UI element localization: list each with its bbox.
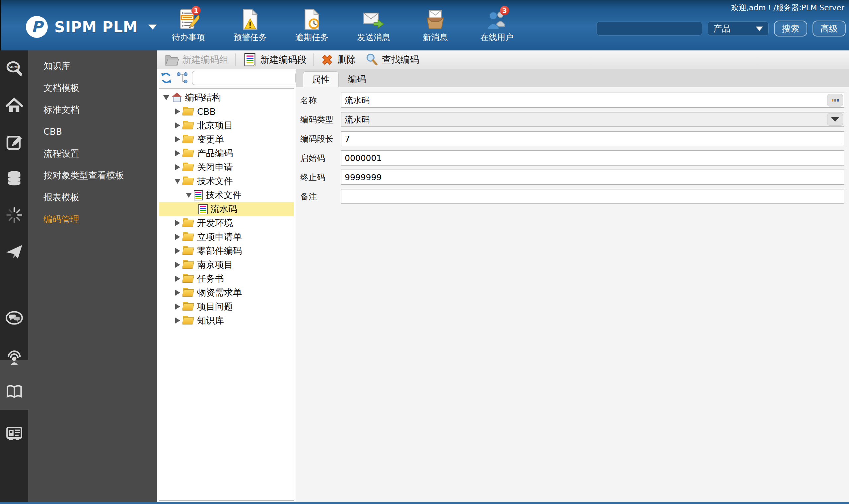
expander-collapsed-icon[interactable] bbox=[173, 148, 182, 158]
folder-icon bbox=[182, 163, 194, 172]
new-code-segment-button[interactable]: 新建编码段 bbox=[240, 52, 309, 67]
form-row-code-type: 编码类型 流水码 bbox=[300, 112, 844, 127]
expander-collapsed-icon[interactable] bbox=[173, 162, 182, 172]
name-picker-button[interactable] bbox=[827, 94, 843, 107]
tab-codes[interactable]: 编码 bbox=[339, 71, 375, 87]
tree-hierarchy-icon[interactable] bbox=[176, 72, 188, 84]
id-card-icon[interactable] bbox=[5, 424, 23, 442]
new-messages-button[interactable]: 新消息 bbox=[414, 8, 456, 43]
advanced-search-button[interactable]: 高级 bbox=[813, 21, 846, 36]
send-plane-icon[interactable] bbox=[5, 242, 23, 261]
sipm-search-icon[interactable]: SIPM bbox=[5, 60, 23, 78]
edit-icon[interactable] bbox=[5, 133, 23, 151]
toolbar-separator bbox=[235, 53, 236, 66]
tree-item[interactable]: 知识库 bbox=[159, 313, 294, 327]
left-menu-panel: 知识库 文档模板 标准文档 CBB 流程设置 按对象类型查看模板 报表模板 编码… bbox=[28, 50, 157, 502]
tree-item[interactable]: 产品编码 bbox=[159, 146, 294, 160]
tree-item[interactable]: 项目问题 bbox=[159, 300, 294, 313]
tree-item[interactable]: 开发环境 bbox=[159, 216, 294, 230]
expander-collapsed-icon[interactable] bbox=[173, 246, 182, 256]
notepad-icon bbox=[242, 52, 257, 67]
start-code-field[interactable] bbox=[341, 150, 844, 166]
chat-icon[interactable] bbox=[5, 309, 23, 327]
code-type-dropdown-button[interactable] bbox=[827, 113, 843, 126]
book-icon[interactable] bbox=[5, 382, 23, 401]
home-icon[interactable] bbox=[5, 96, 23, 115]
expander-expanded-icon[interactable] bbox=[173, 176, 182, 186]
tree-item[interactable]: 零部件编码 bbox=[159, 244, 294, 258]
name-field[interactable] bbox=[341, 93, 844, 108]
todo-list-icon: 1 bbox=[178, 8, 199, 31]
header: P SIPM PLM bbox=[0, 0, 849, 50]
tab-properties[interactable]: 属性 bbox=[303, 71, 339, 87]
todo-items-button[interactable]: 1 待办事项 bbox=[167, 8, 210, 43]
tree-item[interactable]: 立项申请单 bbox=[159, 230, 294, 244]
warning-tasks-button[interactable]: 预警任务 bbox=[229, 8, 271, 43]
segment-length-field[interactable] bbox=[341, 131, 844, 146]
menu-item-standard-documents[interactable]: 标准文档 bbox=[28, 99, 157, 121]
menu-item-cbb[interactable]: CBB bbox=[28, 121, 157, 143]
menu-item-document-templates[interactable]: 文档模板 bbox=[28, 77, 157, 99]
refresh-icon[interactable] bbox=[160, 72, 173, 84]
expander-collapsed-icon[interactable] bbox=[173, 288, 182, 298]
expander-collapsed-icon[interactable] bbox=[173, 274, 182, 284]
expander-expanded-icon[interactable] bbox=[184, 190, 194, 200]
code-type-select[interactable]: 流水码 bbox=[341, 112, 844, 127]
loading-spinner-icon[interactable] bbox=[5, 206, 23, 224]
find-code-button[interactable]: 查找编码 bbox=[363, 53, 421, 67]
menu-item-code-management[interactable]: 编码管理 bbox=[28, 209, 157, 230]
folder-icon bbox=[182, 302, 194, 311]
tree-item[interactable]: 北京项目 bbox=[159, 119, 294, 132]
folder-icon bbox=[182, 218, 194, 228]
expander-collapsed-icon[interactable] bbox=[173, 218, 182, 228]
send-message-button[interactable]: 发送消息 bbox=[353, 8, 395, 43]
tree-filter-input[interactable] bbox=[194, 73, 294, 83]
app-logo[interactable]: P SIPM PLM bbox=[26, 16, 157, 38]
folder-icon bbox=[182, 121, 194, 130]
new-code-group-button[interactable]: 新建编码组 bbox=[162, 52, 231, 67]
tree-item[interactable]: 关闭申请 bbox=[159, 160, 294, 174]
expander-collapsed-icon[interactable] bbox=[173, 107, 182, 116]
delete-button[interactable]: 删除 bbox=[318, 53, 358, 67]
online-users-button[interactable]: 3 在线用户 bbox=[476, 8, 518, 43]
delete-x-icon bbox=[320, 53, 334, 67]
tree-item[interactable]: CBB bbox=[159, 105, 294, 119]
menu-item-view-templates-by-object-type[interactable]: 按对象类型查看模板 bbox=[28, 165, 157, 186]
expander-collapsed-icon[interactable] bbox=[173, 121, 182, 130]
broadcast-icon[interactable] bbox=[5, 348, 23, 367]
overdue-tasks-button[interactable]: 逾期任务 bbox=[291, 8, 333, 43]
tree-item[interactable]: 变更单 bbox=[159, 132, 294, 146]
remarks-field[interactable] bbox=[341, 189, 844, 204]
tree-item[interactable]: 物资需求单 bbox=[159, 286, 294, 300]
expander-collapsed-icon[interactable] bbox=[173, 232, 182, 242]
menu-item-process-settings[interactable]: 流程设置 bbox=[28, 143, 157, 165]
warning-task-icon bbox=[239, 8, 261, 31]
menu-item-knowledge-base[interactable]: 知识库 bbox=[28, 55, 157, 77]
todo-badge: 1 bbox=[192, 6, 201, 15]
search-category-select[interactable]: 产品 bbox=[708, 21, 769, 36]
chevron-down-icon[interactable] bbox=[148, 24, 157, 30]
expander-collapsed-icon[interactable] bbox=[173, 302, 182, 311]
expander-collapsed-icon[interactable] bbox=[173, 134, 182, 144]
end-code-field[interactable] bbox=[341, 169, 844, 185]
expander-collapsed-icon[interactable] bbox=[173, 260, 182, 270]
database-icon[interactable] bbox=[5, 169, 23, 188]
left-icon-sidebar: SIPM bbox=[0, 50, 28, 502]
tree-item[interactable]: 技术文件 bbox=[159, 188, 294, 202]
folder-gray-icon bbox=[164, 52, 179, 67]
tree-item[interactable]: 任务书 bbox=[159, 272, 294, 286]
expander-collapsed-icon[interactable] bbox=[173, 316, 182, 325]
global-search-input[interactable] bbox=[596, 22, 702, 36]
expander-expanded-icon[interactable] bbox=[161, 93, 171, 103]
header-search-bar: 产品 搜索 高级 bbox=[596, 21, 846, 36]
tree-toolbar bbox=[157, 69, 296, 87]
overdue-task-icon bbox=[301, 8, 323, 31]
search-button[interactable]: 搜索 bbox=[774, 21, 807, 36]
tree-item[interactable]: 技术文件 bbox=[159, 174, 294, 188]
bottom-edge-bar bbox=[0, 502, 849, 504]
home-node-icon bbox=[171, 93, 182, 103]
menu-item-report-templates[interactable]: 报表模板 bbox=[28, 186, 157, 209]
tree-item[interactable]: 南京项目 bbox=[159, 258, 294, 272]
tree-item-selected[interactable]: 流水码 bbox=[159, 202, 294, 216]
tree-item-root[interactable]: 编码结构 bbox=[159, 91, 294, 105]
